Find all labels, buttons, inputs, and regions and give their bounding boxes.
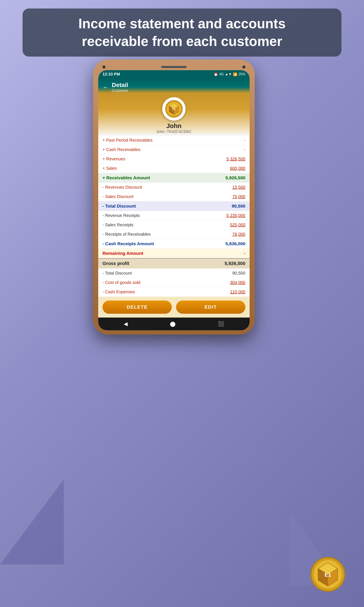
row-revenue-receipts: - Revenue Receipts 5,235,000	[98, 211, 250, 220]
avatar-container: E1	[103, 97, 245, 121]
row-receivables-amount: + Receivables Amount 5,926,500	[98, 173, 250, 183]
value-cost-goods-sold: 304,000	[230, 280, 245, 285]
status-bar: 12:33 PM ⏰ 4G ▲▼ 📶 25%	[98, 70, 250, 78]
row-remaining-amount: Remaining Amount -	[98, 249, 250, 258]
value-revenues-discount: 15,500	[232, 185, 245, 190]
row-revenues-discount: - Revenues Discount 15,500	[98, 183, 250, 192]
row-past-period: + Past Period Receivables -	[98, 136, 250, 145]
row-cash-expenses: - Cash Expenses 115,000	[98, 287, 250, 297]
label-past-period: + Past Period Receivables	[103, 138, 153, 143]
phone-wrapper: 12:33 PM ⏰ 4G ▲▼ 📶 25% ← Detail Customer	[93, 60, 255, 335]
value-receivables-amount: 5,926,500	[226, 175, 245, 180]
value-revenue-receipts: 5,235,000	[226, 213, 245, 218]
label-revenue-receipts: - Revenue Receipts	[103, 213, 140, 218]
label-cash-receivables: + Cash Receivables	[103, 147, 140, 152]
label-gross-profit: Gross profit	[103, 261, 129, 266]
row-gross-profit: Gross profit 5,926,500	[98, 258, 250, 269]
value-total-discount: 90,500	[232, 204, 245, 209]
phone-frame: 12:33 PM ⏰ 4G ▲▼ 📶 25% ← Detail Customer	[93, 60, 255, 335]
row-sales-receipts: - Sales Receipts 525,000	[98, 220, 250, 230]
phone-screen: 12:33 PM ⏰ 4G ▲▼ 📶 25% ← Detail Customer	[98, 70, 250, 330]
label-total-discount: - Total Discount	[103, 204, 136, 209]
content-area: + Past Period Receivables - + Cash Recei…	[98, 136, 250, 297]
value-receipts-receivables: 76,000	[232, 232, 245, 237]
row-cash-receivables: + Cash Receivables -	[98, 145, 250, 154]
page-subtitle: Customer	[112, 89, 129, 93]
value-revenues: 5,326,500	[226, 157, 245, 161]
phone-top-bar	[98, 66, 250, 70]
bottom-coin: E1	[309, 556, 347, 594]
nav-bar: ◀ ⬤ ⬛	[98, 317, 250, 330]
profile-section: E1 John John -TK42C4CEBC	[98, 93, 250, 134]
back-nav-icon[interactable]: ◀	[124, 321, 128, 327]
coin-icon: E1	[164, 99, 183, 119]
value-sales-receipts: 525,000	[230, 223, 245, 227]
row-sales: + Sales 600,000	[98, 164, 250, 173]
row-total-discount: - Total Discount 90,500	[98, 201, 250, 211]
page-title: Detail	[112, 82, 129, 89]
row-receipts-receivables: - Receipts of Receivables 76,000	[98, 230, 250, 239]
value-remaining-amount: -	[244, 251, 245, 256]
row-cash-receipts-amount: - Cash Receipts Amount 5,836,000	[98, 239, 250, 249]
label-cash-expenses: - Cash Expenses	[103, 290, 135, 294]
edit-button[interactable]: EDIT	[176, 301, 245, 314]
phone-speaker	[161, 66, 187, 68]
label-sales-receipts: - Sales Receipts	[103, 223, 133, 227]
customer-name: John	[103, 122, 245, 130]
label-receivables-amount: + Receivables Amount	[103, 175, 150, 180]
value-cash-receipts-amount: 5,836,000	[226, 241, 245, 246]
row-sales-discount: - Sales Discount 75,000	[98, 192, 250, 201]
customer-id: John -TK42C4CEBC	[103, 130, 245, 134]
value-cash-expenses: 115,000	[230, 290, 245, 294]
label-sales-discount: - Sales Discount	[103, 194, 133, 199]
label-remaining-amount: Remaining Amount	[103, 251, 143, 256]
home-nav-icon[interactable]: ⬤	[170, 321, 176, 327]
value-sales-discount: 75,000	[232, 194, 245, 199]
value-sales: 600,000	[230, 166, 245, 171]
label-cash-receipts-amount: - Cash Receipts Amount	[103, 241, 154, 246]
label-revenues-discount: - Revenues Discount	[103, 185, 142, 190]
label-receipts-receivables: - Receipts of Receivables	[103, 232, 151, 237]
label-revenues: + Revenues	[103, 157, 125, 161]
value-cash-receivables: -	[244, 147, 245, 152]
delete-button[interactable]: DELETE	[103, 301, 172, 314]
value-gross-profit: 5,926,500	[224, 261, 245, 266]
back-button[interactable]: ←	[103, 84, 108, 91]
svg-text:E1: E1	[325, 572, 331, 578]
buttons-row: DELETE EDIT	[98, 297, 250, 317]
label-sales: + Sales	[103, 166, 117, 171]
recents-nav-icon[interactable]: ⬛	[218, 321, 224, 327]
front-camera-right	[242, 66, 245, 68]
status-time: 12:33 PM	[103, 72, 120, 77]
row-total-discount-2: - Total Discount 90,500	[98, 269, 250, 278]
front-camera-left	[103, 66, 105, 68]
banner-text: Income statement and accounts receivable…	[35, 15, 329, 50]
value-total-discount-2: 90,500	[232, 271, 245, 276]
value-past-period: -	[244, 138, 245, 143]
avatar: E1	[162, 97, 186, 121]
label-total-discount-2: - Total Discount	[103, 271, 132, 276]
svg-text:E1: E1	[172, 108, 175, 111]
app-header: ← Detail Customer	[98, 78, 250, 93]
status-icons: ⏰ 4G ▲▼ 📶 25%	[214, 72, 245, 76]
top-banner: Income statement and accounts receivable…	[23, 9, 341, 57]
row-cost-goods-sold: - Cost of goods sold 304,000	[98, 278, 250, 287]
label-cost-goods-sold: - Cost of goods sold	[103, 280, 140, 285]
row-revenues: + Revenues 5,326,500	[98, 154, 250, 164]
